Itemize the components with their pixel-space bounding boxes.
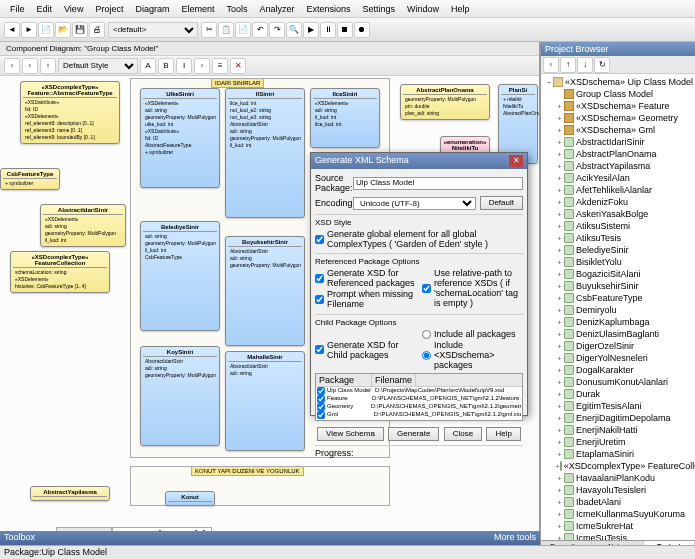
menu-edit[interactable]: Edit [31, 4, 59, 14]
tb-icon[interactable]: ▫ [40, 58, 56, 74]
table-row[interactable]: GmlD:\PLAN\SCHEMAS_OPENGIS_NET\gml\2.1.2… [316, 411, 522, 419]
tree-class[interactable]: +AtiksuSistemi [543, 220, 693, 232]
open-icon[interactable]: 📂 [55, 22, 71, 38]
tree-class[interactable]: +EtaplamaSiniri [543, 448, 693, 460]
pause-icon[interactable]: ⏸ [320, 22, 336, 38]
menu-file[interactable]: File [4, 4, 31, 14]
tree-class[interactable]: +BogaziciSitAlani [543, 268, 693, 280]
tree-class[interactable]: +EnerjiDagitimDepolama [543, 412, 693, 424]
tree[interactable]: −«XSDschema» Uip Class Model Group Class… [541, 74, 695, 540]
style-combo[interactable]: Default Style [58, 58, 138, 74]
new-icon[interactable]: 📄 [38, 22, 54, 38]
tree-class[interactable]: +DenizUlasimBaglanti [543, 328, 693, 340]
menu-settings[interactable]: Settings [357, 4, 402, 14]
tree-class[interactable]: +IcmeSukreHat [543, 520, 693, 532]
align-icon[interactable]: ≡ [212, 58, 228, 74]
menu-window[interactable]: Window [401, 4, 445, 14]
tree-class[interactable]: +IcmeSuTesis [543, 532, 693, 540]
tree-pkg[interactable]: +«XSDschema» Gml [543, 124, 693, 136]
uml-koysiniri[interactable]: KoySiniriAbstractIdariSinir adi: string … [140, 346, 220, 446]
tree-class[interactable]: +BuyuksehirSinir [543, 280, 693, 292]
tree-class[interactable]: +Demiryolu [543, 304, 693, 316]
package-table[interactable]: PackageFilename Uip Class ModelD:\Projec… [315, 373, 523, 421]
tree-pkg[interactable]: +«XSDschema» Feature [543, 100, 693, 112]
tree-class[interactable]: +«XSDcomplexType» FeatureCollection [543, 460, 693, 472]
dialog-titlebar[interactable]: Generate XML Schema ✕ [311, 153, 527, 169]
redo-icon[interactable]: ↷ [269, 22, 285, 38]
close-icon[interactable]: ✕ [230, 58, 246, 74]
tree-class[interactable]: +AbstractPlanOnama [543, 148, 693, 160]
uml-featurecollection[interactable]: «XSDcomplexType» FeatureCollection schem… [10, 251, 110, 293]
tree-class[interactable]: +AfetTehlikeliAlanlar [543, 184, 693, 196]
menu-project[interactable]: Project [89, 4, 129, 14]
run-icon[interactable]: ▶ [303, 22, 319, 38]
tree-class[interactable]: +DogalKarakter [543, 364, 693, 376]
source-field[interactable]: Uip Class Model [353, 177, 523, 190]
encoding-select[interactable]: Unicode (UTF-8) [353, 197, 476, 210]
help-button[interactable]: Help [486, 427, 520, 441]
uml-abstractyapilasma[interactable]: AbstractYapilasma [30, 486, 110, 501]
uml-buyuksehirsinir[interactable]: BuyuksehirSinirAbstractIdariSinir adi: s… [225, 236, 305, 346]
undo-icon[interactable]: ↶ [252, 22, 268, 38]
generate-button[interactable]: Generate [388, 427, 439, 441]
font-icon[interactable]: A [140, 58, 156, 74]
stop-icon[interactable]: ⏹ [337, 22, 353, 38]
tree-class[interactable]: +AbstractIdariSinir [543, 136, 693, 148]
close-icon[interactable]: ✕ [509, 155, 523, 167]
table-row[interactable]: GeometryD:\PLAN\SCHEMAS_OPENGIS_NET\gml\… [316, 403, 522, 411]
menu-diagram[interactable]: Diagram [129, 4, 175, 14]
default-combo[interactable]: <default> [108, 22, 198, 38]
close-button[interactable]: Close [444, 427, 482, 441]
ref-chk2[interactable]: Use relative-path to reference XSDs ( if… [422, 268, 523, 308]
tree-class[interactable]: +AcikYesilAlan [543, 172, 693, 184]
tree-class[interactable]: +EnerjiNakilHatti [543, 424, 693, 436]
color-icon[interactable]: ▫ [194, 58, 210, 74]
refresh-icon[interactable]: ↻ [594, 57, 610, 73]
tree-class[interactable]: +DigerOzelSinir [543, 340, 693, 352]
tree-class[interactable]: +AkdenizFoku [543, 196, 693, 208]
menu-analyzer[interactable]: Analyzer [253, 4, 300, 14]
tree-class[interactable]: +AskeriYasakBolge [543, 208, 693, 220]
new-icon[interactable]: ▫ [543, 57, 559, 73]
uml-mahallesinir[interactable]: MahalleSinirAbstractIdariSinir adi: stri… [225, 351, 305, 451]
tree-class[interactable]: +DigerYolNesneleri [543, 352, 693, 364]
bold-icon[interactable]: B [158, 58, 174, 74]
tree-class[interactable]: +EgitimTesisAlani [543, 400, 693, 412]
tree-class[interactable]: +AtiksuTesis [543, 232, 693, 244]
view-schema-button[interactable]: View Schema [317, 427, 384, 441]
print-icon[interactable]: 🖨 [89, 22, 105, 38]
menu-tools[interactable]: Tools [220, 4, 253, 14]
table-row[interactable]: FeatureD:\PLAN\SCHEMAS_OPENGIS_NET\gml\2… [316, 395, 522, 403]
menu-extensions[interactable]: Extensions [300, 4, 356, 14]
tree-pkg[interactable]: +«XSDschema» Geometry [543, 112, 693, 124]
ref-chk3[interactable]: Prompt when missing Filename [315, 289, 416, 309]
save-icon[interactable]: 💾 [72, 22, 88, 38]
copy-icon[interactable]: 📋 [218, 22, 234, 38]
table-row[interactable]: Uip Class ModelD:\Projects\MapCodes\Plan… [316, 387, 522, 395]
xsd-style-check[interactable]: Generate global element for all global C… [315, 229, 523, 249]
tree-class[interactable]: +BelediyeSinir [543, 244, 693, 256]
back-icon[interactable]: ◄ [4, 22, 20, 38]
menu-element[interactable]: Element [175, 4, 220, 14]
tree-class[interactable]: +IcmeKullanmaSuyuKoruma [543, 508, 693, 520]
uml-ulkesiniri[interactable]: UlkeSiniri«XSDelement» adi: string geome… [140, 88, 220, 188]
rad-xsd[interactable]: Include <XSDschema> packages [422, 340, 523, 370]
uml-abstractfeaturetype[interactable]: «XSDcomplexType» Feature::AbstractFeatur… [20, 81, 120, 144]
down-icon[interactable]: ↓ [577, 57, 593, 73]
menu-view[interactable]: View [58, 4, 89, 14]
uml-konut[interactable]: Konut [165, 491, 215, 506]
uml-belediyesinir[interactable]: BelediyeSinir adi: string geometryProper… [140, 221, 220, 331]
uml-abstractidari[interactable]: AbstractIdariSinir«XSDelement» adi: stri… [40, 204, 126, 247]
default-button[interactable]: Default [480, 196, 523, 210]
tree-class[interactable]: +AbstractYapilasma [543, 160, 693, 172]
tree-class[interactable]: +CsbFeatureType [543, 292, 693, 304]
tb-icon[interactable]: ▫ [22, 58, 38, 74]
child-chk[interactable]: Generate XSD for Child packages [315, 329, 416, 370]
uml-abstractplanonama[interactable]: AbstractPlanOnama geometryProperty: Mult… [400, 84, 490, 120]
record-icon[interactable]: ⏺ [354, 22, 370, 38]
uml-csbfeaturetype[interactable]: CsbFeatureType+ symbolizer [0, 168, 60, 190]
menu-help[interactable]: Help [445, 4, 476, 14]
tree-class[interactable]: +IbadetAlani [543, 496, 693, 508]
more-tools[interactable]: More tools [494, 532, 536, 544]
fwd-icon[interactable]: ► [21, 22, 37, 38]
